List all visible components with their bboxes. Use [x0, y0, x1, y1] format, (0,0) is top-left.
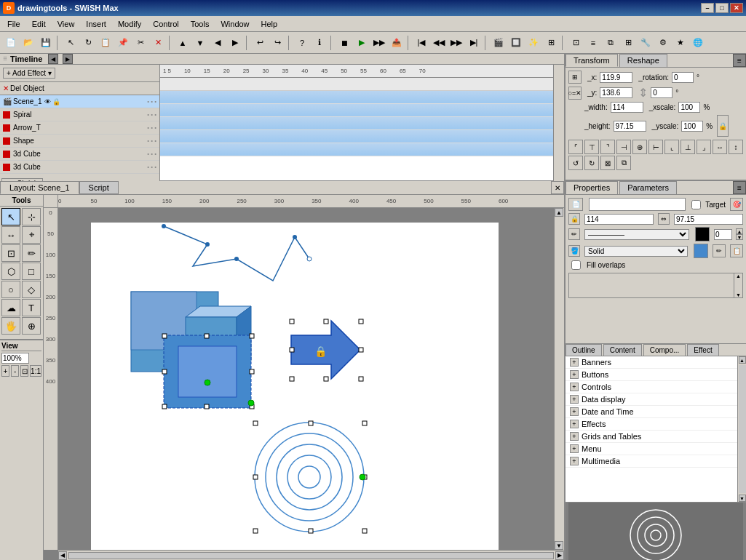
- file-icon[interactable]: 📄: [568, 198, 583, 211]
- width-input[interactable]: [611, 102, 643, 113]
- hscroll-right[interactable]: ▶: [555, 551, 564, 560]
- tb-paste[interactable]: 📌: [115, 35, 131, 51]
- comp-effects[interactable]: + Effects: [566, 418, 746, 431]
- tab-layout[interactable]: Layout: Scene_1: [0, 181, 79, 194]
- align-bc[interactable]: ⊥: [680, 140, 695, 154]
- fill-copy-btn[interactable]: 📋: [730, 244, 743, 257]
- tb-insert-sprite[interactable]: ✨: [525, 35, 541, 51]
- tb-test[interactable]: ▶▶: [371, 35, 387, 51]
- align-tc[interactable]: ⊤: [584, 140, 599, 154]
- menu-edit[interactable]: Edit: [26, 18, 52, 30]
- tab-properties[interactable]: Properties: [566, 181, 618, 194]
- tb-export[interactable]: 📤: [389, 35, 405, 51]
- layer-3dcube1[interactable]: 3d Cube • • •: [0, 148, 159, 161]
- tool-diamond[interactable]: ◇: [22, 281, 41, 298]
- tb-down[interactable]: ▼: [192, 35, 208, 51]
- tb-up[interactable]: ▲: [175, 35, 191, 51]
- tb-right[interactable]: ▶: [227, 35, 243, 51]
- tb-cursor[interactable]: ↖: [63, 35, 79, 51]
- target-checkbox[interactable]: [691, 200, 701, 209]
- layer-scene1[interactable]: 🎬 Scene_1 👁 🔒 • • •: [0, 95, 159, 108]
- tb-frame-first[interactable]: |◀: [413, 35, 429, 51]
- tb-cut[interactable]: ✂: [132, 35, 148, 51]
- align-ml[interactable]: ⊣: [616, 140, 631, 154]
- menu-file[interactable]: File: [1, 18, 26, 30]
- rotate-ccw[interactable]: ↺: [568, 156, 583, 170]
- tb-align[interactable]: ⊡: [568, 35, 584, 51]
- tool-hand[interactable]: 🖐: [1, 317, 20, 335]
- tb-arrange[interactable]: ⧉: [603, 35, 619, 51]
- tb-more[interactable]: 🔧: [638, 35, 654, 51]
- tb-undo[interactable]: ↩: [252, 35, 268, 51]
- stroke-color-swatch[interactable]: [695, 227, 710, 241]
- buttons-expand[interactable]: +: [570, 370, 579, 379]
- flip-h[interactable]: ↔: [713, 140, 727, 154]
- tb-copy[interactable]: 📋: [98, 35, 114, 51]
- vscroll-up[interactable]: ▲: [555, 208, 563, 217]
- comp-scroll-up[interactable]: ▲: [739, 356, 746, 364]
- tab-reshape[interactable]: Reshape: [619, 54, 667, 67]
- fill-edit-btn[interactable]: ✏: [713, 244, 726, 257]
- tb-group[interactable]: ⊞: [543, 35, 559, 51]
- menu-help[interactable]: Help: [255, 18, 284, 30]
- color-scroll-up[interactable]: ▲: [736, 273, 741, 279]
- zoom-fit-button[interactable]: ⊡: [20, 365, 28, 377]
- tab-transform[interactable]: Transform: [566, 54, 618, 67]
- lock-aspect-icon[interactable]: 🔒: [717, 115, 729, 137]
- yscale-input[interactable]: [681, 121, 703, 132]
- tool-text[interactable]: T: [22, 299, 41, 316]
- controls-expand[interactable]: +: [570, 383, 579, 391]
- tb-open[interactable]: 📂: [20, 35, 36, 51]
- hscroll-left[interactable]: ◀: [58, 551, 67, 560]
- reset-t[interactable]: ⊠: [600, 156, 615, 170]
- align-tr[interactable]: ⌝: [600, 140, 615, 154]
- tb-about[interactable]: ℹ: [312, 35, 328, 51]
- tab-outline[interactable]: Outline: [566, 344, 602, 356]
- layer-3dcube2[interactable]: 3d Cube • • •: [0, 161, 159, 174]
- y-input[interactable]: [600, 87, 632, 98]
- tool-pencil[interactable]: ✏: [22, 244, 41, 262]
- grids-tables-expand[interactable]: +: [570, 432, 579, 441]
- layer-shape[interactable]: Shape • • •: [0, 135, 159, 148]
- tool-move[interactable]: ↔: [1, 226, 20, 244]
- stroke-style-select[interactable]: —————: [584, 229, 689, 240]
- extra-t[interactable]: ⧉: [616, 156, 631, 170]
- tool-polygon[interactable]: ⬡: [1, 263, 20, 280]
- menu-window[interactable]: Window: [215, 18, 255, 30]
- rotate-cw[interactable]: ↻: [584, 156, 599, 170]
- prop-height-input[interactable]: [674, 214, 743, 225]
- close-button[interactable]: ✕: [730, 3, 743, 13]
- comp-scroll-down[interactable]: ▼: [739, 495, 746, 502]
- menu-view[interactable]: View: [52, 18, 81, 30]
- tool-ellipse[interactable]: ○: [1, 281, 20, 298]
- zoom-out-button[interactable]: -: [11, 365, 19, 377]
- vscroll-down[interactable]: ▼: [555, 541, 563, 550]
- tb-help[interactable]: ?: [294, 35, 310, 51]
- properties-panel-menu[interactable]: ≡: [733, 181, 746, 194]
- tb-settings[interactable]: ⚙: [655, 35, 671, 51]
- align-bl[interactable]: ⌞: [664, 140, 679, 154]
- add-effect-button[interactable]: + Add Effect ▾: [3, 68, 55, 79]
- tb-frame-next[interactable]: ▶▶: [448, 35, 464, 51]
- flip-v[interactable]: ↕: [729, 140, 743, 154]
- tb-new[interactable]: 📄: [3, 35, 19, 51]
- tb-redo[interactable]: ↪: [269, 35, 285, 51]
- tb-distribute[interactable]: ≡: [585, 35, 601, 51]
- target-icon[interactable]: 🎯: [730, 198, 743, 211]
- tab-parameters[interactable]: Parameters: [619, 181, 677, 194]
- tb-frame-last[interactable]: ▶|: [466, 35, 482, 51]
- tool-bezier[interactable]: ⊡: [1, 244, 20, 262]
- layer-arrow-t[interactable]: Arrow_T • • •: [0, 121, 159, 135]
- color-scroll-down[interactable]: ▼: [736, 292, 741, 297]
- comp-data-display[interactable]: + Data display: [566, 393, 746, 406]
- transform-panel-menu[interactable]: ≡: [733, 54, 746, 67]
- multimedia-expand[interactable]: +: [570, 457, 579, 465]
- xscale-input[interactable]: [678, 102, 700, 113]
- layer-del-object[interactable]: ✕ Del Object: [0, 82, 159, 95]
- height-input[interactable]: [614, 121, 646, 132]
- tb-save[interactable]: 💾: [38, 35, 54, 51]
- fill-color-swatch[interactable]: [694, 244, 708, 258]
- menu-modify[interactable]: Modify: [112, 18, 147, 30]
- y2-input[interactable]: [651, 87, 672, 98]
- tb-transform2[interactable]: ⊞: [620, 35, 636, 51]
